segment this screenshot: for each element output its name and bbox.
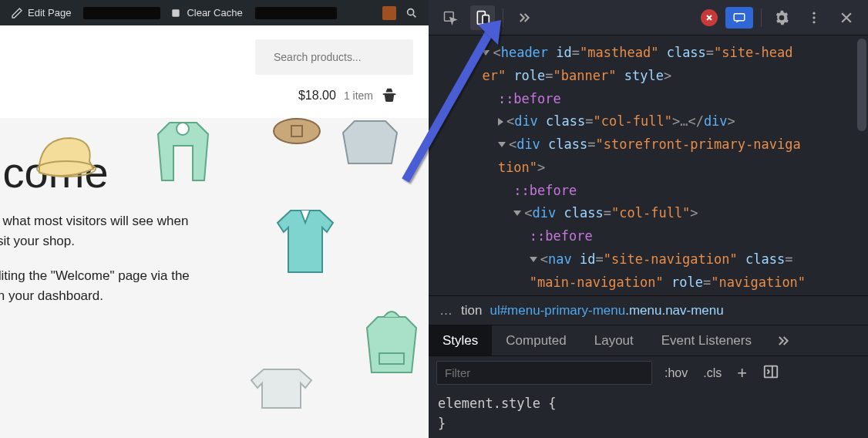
device-toggle-button[interactable] — [470, 5, 495, 30]
devtools: <header id="masthead" class="site-head e… — [429, 0, 868, 438]
tab-computed[interactable]: Computed — [492, 325, 580, 355]
search-toggle[interactable] — [401, 7, 422, 19]
close-devtools-button[interactable] — [834, 5, 859, 30]
styles-filter-bar: :hov .cls + — [429, 355, 868, 389]
basket-icon — [381, 87, 398, 104]
svg-rect-0 — [173, 9, 180, 16]
edit-page-label: Edit Page — [28, 7, 71, 19]
cls-toggle[interactable]: .cls — [700, 365, 725, 382]
cart-total: $18.00 — [298, 89, 336, 103]
svg-rect-10 — [483, 15, 489, 24]
svg-point-1 — [408, 8, 414, 15]
tab-layout[interactable]: Layout — [580, 325, 648, 355]
device-icon — [475, 10, 490, 25]
gear-icon — [774, 10, 789, 25]
inspect-button[interactable] — [438, 5, 463, 30]
svg-point-4 — [177, 123, 189, 135]
devtools-toolbar — [429, 0, 868, 35]
pencil-icon — [11, 7, 23, 19]
close-icon — [839, 10, 854, 25]
belt-illustration — [270, 118, 324, 150]
panel-icon — [762, 363, 779, 380]
hero-p2: oy editing the "Welcome" page via the en… — [0, 266, 200, 307]
breadcrumb-item[interactable]: tion — [461, 303, 482, 318]
rule-line: } — [438, 414, 859, 434]
wp-admin-bar: Edit Page Clear Cache — [0, 0, 429, 25]
more-tabs-button[interactable] — [511, 5, 536, 30]
avatar[interactable] — [382, 6, 396, 20]
cart-count: 1 item — [344, 89, 373, 102]
separator — [761, 8, 762, 27]
sweater-illustration — [339, 118, 401, 167]
clear-cache-label: Clear Cache — [187, 7, 242, 19]
svg-rect-11 — [734, 13, 745, 20]
admin-blank — [83, 7, 160, 19]
admin-blank2 — [255, 7, 337, 19]
hero: elcome ich is what most visitors will se… — [0, 118, 429, 438]
dom-tree[interactable]: <header id="masthead" class="site-head e… — [429, 35, 868, 295]
error-badge[interactable] — [701, 9, 718, 26]
site-header: $18.00 1 item — [0, 25, 429, 118]
dom-breadcrumb[interactable]: … tion ul#menu-primary-menu.menu.nav-men… — [429, 295, 868, 325]
svg-rect-15 — [765, 366, 778, 377]
svg-point-13 — [812, 16, 815, 19]
filter-input[interactable] — [436, 361, 652, 385]
new-rule-button[interactable]: + — [734, 362, 750, 385]
messages-badge[interactable] — [725, 7, 753, 29]
product-search[interactable] — [255, 39, 413, 75]
clear-cache-link[interactable]: Clear Cache — [165, 7, 247, 19]
hov-toggle[interactable]: :hov — [661, 365, 691, 382]
kebab-icon — [806, 10, 822, 25]
chevrons-right-icon — [516, 10, 531, 25]
tab-event-listeners[interactable]: Event Listeners — [648, 325, 765, 355]
search-icon — [405, 7, 418, 19]
error-icon — [705, 13, 714, 22]
kebab-button[interactable] — [802, 5, 826, 30]
polo-illustration — [271, 204, 339, 278]
svg-point-14 — [812, 21, 815, 23]
svg-point-12 — [812, 12, 815, 14]
cap-illustration — [28, 123, 105, 192]
search-input[interactable] — [274, 51, 409, 63]
svg-point-5 — [274, 119, 320, 143]
styles-tabs: Styles Computed Layout Event Listeners — [429, 325, 868, 355]
longsleeve-illustration — [146, 118, 220, 184]
tshirt-illustration — [247, 365, 316, 411]
rule-line: element.style { — [438, 394, 859, 414]
chevrons-right-icon — [775, 333, 790, 349]
website-preview: Edit Page Clear Cache $18.00 1 item — [0, 0, 429, 438]
computed-toggle[interactable] — [759, 362, 782, 385]
messages-icon — [732, 11, 746, 25]
inspect-icon — [442, 10, 458, 25]
gauge-icon — [170, 7, 182, 19]
scrollbar[interactable] — [857, 39, 866, 131]
hoodie-illustration — [361, 303, 422, 376]
hero-p1: ich is what most visitors will see when … — [0, 211, 200, 252]
breadcrumb-item[interactable]: ul#menu-primary-menu.menu.nav-menu — [490, 303, 723, 318]
style-rules[interactable]: element.style { } — [429, 389, 868, 438]
tab-styles[interactable]: Styles — [429, 325, 492, 355]
more-tabs-button[interactable] — [765, 325, 799, 355]
breadcrumb-ellipsis: … — [439, 303, 453, 318]
settings-button[interactable] — [769, 5, 794, 30]
cart-summary[interactable]: $18.00 1 item — [298, 87, 413, 104]
separator — [503, 8, 503, 27]
edit-page-link[interactable]: Edit Page — [6, 7, 76, 19]
